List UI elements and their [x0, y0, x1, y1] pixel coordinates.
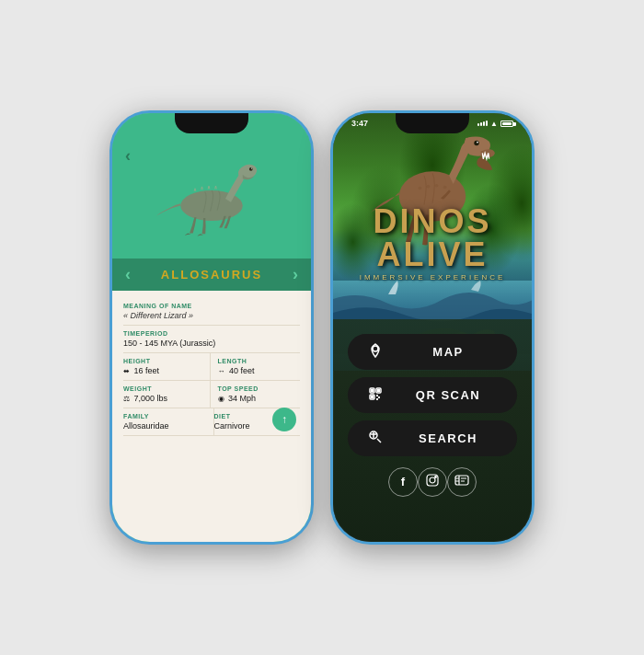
family-cell: Family Allosauridae [123, 408, 214, 435]
meaning-label: Meaning of Name [123, 303, 300, 309]
family-value: Allosauridae [123, 421, 206, 431]
signal-bar-3 [483, 121, 485, 126]
speed-cell: Top Speed ◉ 34 Mph [211, 381, 301, 408]
status-bar: 3:47 ▲ [351, 119, 513, 128]
speed-label: Top Speed [218, 385, 297, 392]
battery-icon [500, 121, 513, 127]
notch-left [175, 113, 248, 133]
ticket-button[interactable] [447, 467, 477, 497]
speed-value: ◉ 34 Mph [218, 394, 297, 403]
dino-name-bar: ‹ ALLOSAURUS › [112, 259, 311, 291]
svg-point-8 [427, 185, 431, 189]
svg-rect-16 [371, 389, 374, 392]
right-screen: 3:47 ▲ [333, 113, 532, 542]
svg-point-6 [477, 142, 478, 144]
bottom-nav: f [379, 467, 486, 497]
svg-point-5 [474, 141, 478, 145]
height-length-row: Height ⬌ 16 feet Length ↔ 40 feet [123, 353, 300, 381]
map-icon [366, 343, 385, 361]
svg-line-20 [377, 439, 381, 442]
meaning-value: « Different Lizard » [123, 311, 300, 320]
logo-subtitle-text: IMMERSIVE EXPERIENCE [333, 273, 532, 282]
search-icon [366, 430, 385, 447]
meaning-row: Meaning of Name « Different Lizard » [123, 298, 300, 326]
height-cell: Height ⬌ 16 feet [123, 353, 211, 380]
logo-alive-text: ALIVE [333, 238, 532, 271]
menu-area: MAP QR SCAN [333, 319, 532, 542]
timeperiod-label: Timeperiod [123, 330, 300, 337]
dino-image-area: ‹ [112, 135, 311, 255]
next-dino-button[interactable]: › [293, 265, 298, 284]
svg-rect-17 [377, 389, 380, 392]
dinos-alive-logo: DINOS ALIVE IMMERSIVE EXPERIENCE [333, 205, 532, 282]
weight-speed-row: Weight ⚖ 7,000 lbs Top Speed ◉ 34 Mph [123, 381, 300, 408]
qrscan-label: QR SCAN [397, 388, 499, 402]
qrscan-button[interactable]: QR SCAN [348, 377, 517, 413]
svg-point-25 [435, 477, 437, 478]
svg-point-7 [419, 187, 422, 190]
facebook-button[interactable]: f [388, 467, 418, 497]
left-phone: ‹ [109, 110, 314, 545]
weight-icon: ⚖ [123, 395, 130, 403]
status-icons: ▲ [477, 120, 513, 128]
back-arrow-top[interactable]: ‹ [125, 146, 131, 166]
length-value: ↔ 40 feet [218, 366, 297, 375]
left-screen: ‹ [112, 113, 311, 542]
height-icon: ⬌ [123, 367, 130, 375]
map-label: MAP [397, 345, 499, 359]
dino-name-label: ALLOSAURUS [161, 268, 262, 282]
logo-dinos-text: DINOS [333, 205, 532, 238]
weight-value: ⚖ 7,000 lbs [123, 394, 202, 403]
ticket-icon [454, 475, 469, 488]
right-phone: 3:47 ▲ [330, 110, 535, 545]
family-label: Family [123, 413, 206, 419]
facebook-icon: f [401, 475, 405, 488]
signal-bar-4 [486, 121, 488, 126]
weight-label: Weight [123, 385, 202, 392]
search-label: SEARCH [397, 431, 499, 445]
svg-point-12 [373, 346, 378, 351]
svg-point-10 [443, 186, 447, 190]
status-time: 3:47 [351, 119, 368, 128]
signal-bar-2 [480, 122, 482, 126]
dino-image [143, 153, 281, 245]
svg-point-3 [251, 167, 252, 168]
instagram-button[interactable] [418, 467, 447, 497]
signal-bar-1 [477, 123, 479, 126]
family-diet-row: Family Allosauridae Diet Carnivore ↑ [123, 408, 300, 436]
map-button[interactable]: MAP [348, 334, 517, 370]
length-icon: ↔ [218, 367, 225, 375]
svg-point-2 [249, 167, 253, 171]
instagram-icon [426, 474, 439, 489]
svg-point-24 [430, 477, 435, 483]
svg-rect-18 [371, 396, 374, 398]
svg-point-9 [435, 184, 439, 188]
wifi-icon: ▲ [490, 120, 498, 128]
prev-dino-button[interactable]: ‹ [125, 265, 131, 284]
height-label: Height [123, 358, 202, 364]
qrscan-icon [366, 386, 385, 404]
timeperiod-row: Timeperiod 150 - 145 MYA (Jurassic) [123, 326, 300, 353]
weight-cell: Weight ⚖ 7,000 lbs [123, 381, 211, 408]
svg-rect-26 [455, 476, 468, 485]
speed-icon: ◉ [218, 395, 224, 403]
upload-button[interactable]: ↑ [272, 408, 296, 431]
info-section: Meaning of Name « Different Lizard » Tim… [112, 291, 311, 542]
length-label: Length [218, 358, 297, 364]
search-button[interactable]: SEARCH [348, 420, 517, 456]
height-value: ⬌ 16 feet [123, 366, 202, 375]
timeperiod-value: 150 - 145 MYA (Jurassic) [123, 339, 300, 348]
length-cell: Length ↔ 40 feet [211, 353, 301, 380]
